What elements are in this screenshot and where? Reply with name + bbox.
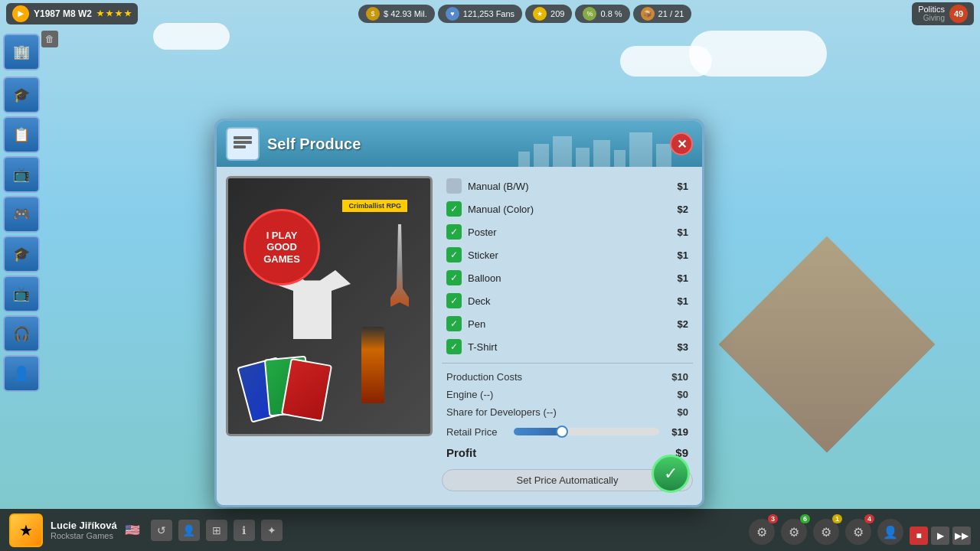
svg-rect-8 — [614, 150, 626, 167]
retail-price-row: Retail Price $19 — [442, 422, 693, 441]
dialog-body: Crimballist RPG I PLAYGOODGAMES Manual (… — [217, 167, 702, 505]
engine-value: $0 — [678, 389, 688, 400]
svg-rect-1 — [234, 141, 252, 144]
item-price-tshirt: $3 — [665, 341, 688, 353]
game-title-badge: Crimballist RPG — [342, 200, 407, 212]
item-price-balloon: $1 — [665, 272, 688, 284]
production-costs-row: Production Costs $10 — [442, 370, 693, 384]
dialog-icon — [226, 127, 260, 161]
retail-price-slider-container[interactable] — [514, 424, 659, 439]
svg-rect-3 — [518, 152, 530, 167]
item-check-pen: ✓ — [446, 316, 462, 331]
card-3 — [281, 358, 332, 422]
item-row-sticker[interactable]: ✓ Sticker $1 — [442, 245, 693, 265]
slider-track — [514, 428, 659, 435]
svg-rect-6 — [576, 148, 590, 167]
item-price-manual-color: $2 — [665, 204, 688, 215]
item-name-deck: Deck — [468, 295, 659, 307]
divider-1 — [442, 363, 693, 364]
svg-rect-4 — [534, 144, 549, 167]
item-row-pen[interactable]: ✓ Pen $2 — [442, 314, 693, 334]
close-button[interactable]: ✕ — [670, 132, 693, 155]
bottle-image — [361, 327, 384, 403]
items-panel: Manual (B/W) $1 ✓ Manual (Color) $2 ✓ Po… — [442, 176, 693, 496]
item-row-balloon[interactable]: ✓ Balloon $1 — [442, 268, 693, 288]
production-costs-value: $10 — [671, 371, 688, 383]
svg-rect-2 — [234, 145, 246, 148]
item-row-poster[interactable]: ✓ Poster $1 — [442, 222, 693, 242]
share-row: Share for Developers (--) $0 — [442, 405, 693, 419]
item-price-sticker: $1 — [665, 249, 688, 261]
item-price-deck: $1 — [665, 295, 688, 307]
item-name-balloon: Balloon — [468, 272, 659, 284]
profit-row: Profit $9 — [442, 444, 693, 461]
item-name-sticker: Sticker — [468, 249, 659, 261]
item-name-poster: Poster — [468, 227, 659, 238]
production-costs-label: Production Costs — [446, 371, 671, 383]
profit-label: Profit — [446, 446, 675, 459]
item-row-tshirt[interactable]: ✓ T-Shirt $3 — [442, 337, 693, 357]
item-check-manual-bw — [446, 178, 462, 194]
product-badge: I PLAYGOODGAMES — [243, 209, 320, 285]
svg-rect-0 — [234, 136, 252, 139]
item-name-manual-bw: Manual (B/W) — [468, 181, 659, 192]
svg-rect-10 — [656, 144, 671, 167]
item-price-poster: $1 — [665, 227, 688, 238]
modal-overlay: Self Produce ✕ Crimb — [0, 0, 980, 551]
item-row-manual-color[interactable]: ✓ Manual (Color) $2 — [442, 199, 693, 219]
share-label: Share for Developers (--) — [446, 406, 678, 418]
confirm-button[interactable]: ✓ — [652, 455, 690, 493]
svg-rect-5 — [553, 136, 572, 167]
item-name-manual-color: Manual (Color) — [468, 204, 659, 215]
item-name-pen: Pen — [468, 318, 659, 330]
slider-thumb[interactable] — [556, 425, 568, 438]
dialog-header: Self Produce ✕ — [217, 121, 702, 167]
item-check-balloon: ✓ — [446, 270, 462, 285]
item-check-tshirt: ✓ — [446, 339, 462, 354]
item-check-manual-color: ✓ — [446, 201, 462, 217]
svg-rect-9 — [629, 132, 652, 167]
svg-rect-7 — [593, 140, 610, 167]
city-silhouette — [518, 129, 671, 167]
self-produce-dialog: Self Produce ✕ Crimb — [214, 119, 704, 507]
item-check-poster: ✓ — [446, 224, 462, 240]
product-image: Crimballist RPG I PLAYGOODGAMES — [226, 176, 433, 436]
retail-price-label: Retail Price — [446, 426, 508, 438]
engine-label: Engine (--) — [446, 389, 678, 400]
item-price-pen: $2 — [665, 318, 688, 330]
item-row-deck[interactable]: ✓ Deck $1 — [442, 291, 693, 311]
item-check-deck: ✓ — [446, 293, 462, 308]
retail-price-value: $19 — [665, 426, 688, 438]
cards-image — [243, 357, 335, 419]
engine-row: Engine (--) $0 — [442, 387, 693, 402]
share-value: $0 — [678, 406, 688, 418]
item-row-manual-bw: Manual (B/W) $1 — [442, 176, 693, 196]
item-price-manual-bw: $1 — [665, 181, 688, 192]
item-check-sticker: ✓ — [446, 247, 462, 262]
item-name-tshirt: T-Shirt — [468, 341, 659, 353]
